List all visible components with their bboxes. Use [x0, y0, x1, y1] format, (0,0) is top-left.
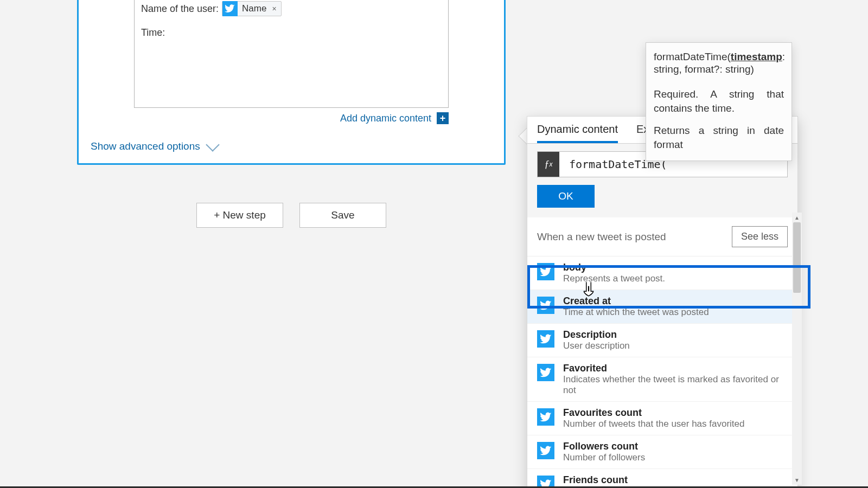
step-buttons: + New step Save: [196, 203, 386, 228]
twitter-icon: [537, 442, 554, 459]
dynamic-items-list: bodyRepresents a tweet post.Created atTi…: [527, 256, 797, 488]
token-remove-icon[interactable]: ×: [272, 4, 276, 13]
tab-dynamic-content[interactable]: Dynamic content: [537, 117, 618, 143]
twitter-icon: [537, 330, 554, 348]
dynamic-item[interactable]: bodyRepresents a tweet post.: [527, 256, 797, 290]
dynamic-item[interactable]: Friends countNumber of friends: [527, 469, 797, 488]
action-card: Name of the user: Name × Time: Add dynam…: [77, 0, 506, 165]
add-dynamic-label: Add dynamic content: [340, 113, 431, 124]
scroll-up-icon[interactable]: ▲: [792, 213, 802, 222]
tooltip-signature: formatDateTime(timestamp: string, format…: [654, 50, 784, 75]
dynamic-item[interactable]: FavoritedIndicates whether the tweet is …: [527, 357, 797, 402]
item-title: Friends count: [563, 474, 636, 486]
token-label: Name: [242, 3, 266, 14]
label-name-of-user: Name of the user:: [141, 3, 219, 15]
function-tooltip: formatDateTime(timestamp: string, format…: [646, 42, 792, 161]
ok-button[interactable]: OK: [537, 185, 595, 208]
item-subtitle: Indicates whether the tweet is marked as…: [563, 374, 788, 396]
item-subtitle: Number of followers: [563, 452, 645, 463]
dynamic-item[interactable]: Created atTime at which the tweet was po…: [527, 290, 797, 324]
dynamic-item[interactable]: Followers countNumber of followers: [527, 435, 797, 469]
item-subtitle: User description: [563, 341, 630, 351]
add-dynamic-content-link[interactable]: Add dynamic content +: [134, 112, 449, 124]
item-title: Created at: [563, 296, 709, 307]
show-advanced-options[interactable]: Show advanced options: [91, 140, 494, 156]
item-title: Favourites count: [563, 407, 745, 419]
panel-scrollbar[interactable]: ▲ ▼: [792, 213, 802, 485]
twitter-icon: [537, 364, 554, 381]
tooltip-returns: Returns a string in date format: [654, 124, 784, 151]
show-advanced-label: Show advanced options: [91, 140, 200, 152]
chevron-down-icon: [206, 138, 219, 151]
group-header: When a new tweet is posted See less: [527, 217, 797, 256]
item-title: Favorited: [563, 363, 788, 374]
label-time: Time:: [141, 27, 442, 38]
twitter-icon: [537, 263, 554, 280]
twitter-icon: [537, 408, 554, 426]
fx-icon: ƒx: [538, 152, 559, 177]
token-name[interactable]: Name ×: [222, 1, 282, 16]
message-body-input[interactable]: Name of the user: Name × Time:: [134, 0, 449, 108]
twitter-icon: [222, 1, 238, 16]
item-title: Followers count: [563, 441, 645, 452]
twitter-icon: [537, 297, 554, 314]
scroll-down-icon[interactable]: ▼: [792, 475, 802, 485]
item-subtitle: Time at which the tweet was posted: [563, 307, 709, 318]
tooltip-required: Required. A string that contains the tim…: [654, 87, 784, 115]
item-title: body: [563, 262, 665, 273]
dynamic-item[interactable]: Favourites countNumber of tweets that th…: [527, 402, 797, 435]
save-button[interactable]: Save: [299, 203, 386, 228]
scroll-thumb[interactable]: [793, 222, 801, 293]
group-title: When a new tweet is posted: [537, 231, 666, 243]
dynamic-item[interactable]: DescriptionUser description: [527, 324, 797, 357]
dynamic-content-panel: Dynamic content Exp ƒx formatDateTime( O…: [527, 116, 798, 488]
new-step-button[interactable]: + New step: [196, 203, 283, 228]
item-subtitle: Number of tweets that the user has favor…: [563, 419, 745, 429]
plus-icon: +: [437, 112, 449, 124]
see-less-button[interactable]: See less: [732, 226, 788, 247]
item-subtitle: Represents a tweet post.: [563, 273, 665, 284]
item-title: Description: [563, 329, 630, 341]
